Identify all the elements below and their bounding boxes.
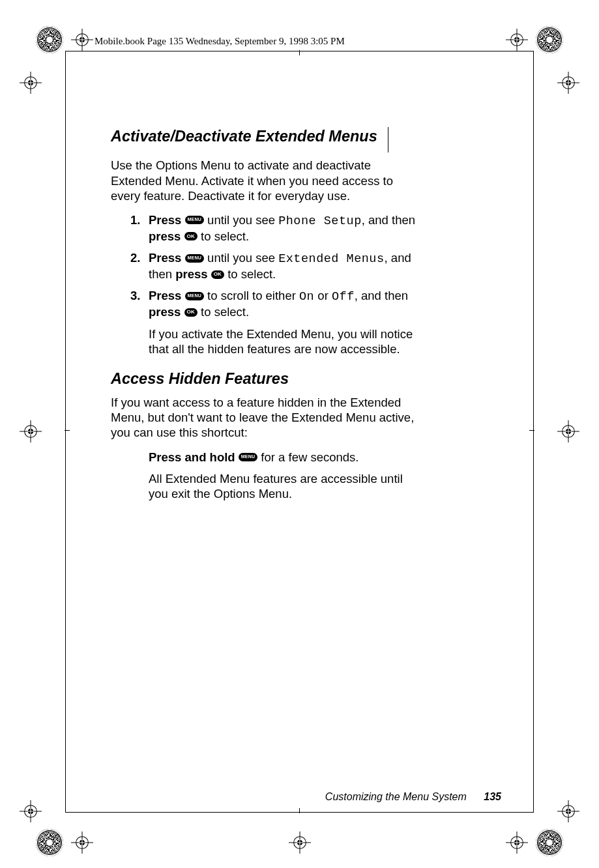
press-label: press [149,305,181,319]
lcd-text: Phone Setup [278,214,362,228]
tick-mark [529,430,534,431]
menu-button-icon: MENU [185,254,204,263]
step-item: 2. Press MENU until you see Extended Men… [111,250,424,282]
registration-mark-icon [20,420,42,442]
section-heading: Access Hidden Features [111,369,295,388]
page-content: Activate/Deactivate Extended Menus Use t… [111,127,424,508]
chapter-title: Customizing the Menu System [325,791,467,802]
registration-mark-icon [20,800,42,822]
step-body: Press MENU to scroll to either On or Off… [149,288,424,319]
page-number: 135 [484,791,501,802]
press-label: Press [149,213,181,227]
registration-mark-icon [71,832,93,854]
section-intro: Use the Options Menu to activate and dea… [111,158,424,203]
step-text: to select. [224,267,276,281]
registration-mark-icon [557,72,579,94]
registration-mark-icon [506,29,528,51]
lcd-text: On [299,290,314,304]
action-tail: for a few seconds. [257,450,358,464]
step-text: to select. [197,229,249,243]
registration-mark-icon [506,832,528,854]
step-text: to select. [197,305,249,319]
action-line: Press and hold MENU for a few seconds. [111,450,424,465]
registration-mark-icon [557,420,579,442]
rosette-icon [536,829,563,856]
step-note: If you activate the Extended Menu, you w… [111,326,424,356]
menu-button-icon: MENU [185,292,204,300]
press-label: Press [149,251,181,265]
step-number: 3. [130,288,149,319]
press-hold-label: Press and hold [149,450,235,464]
registration-mark-icon [289,832,311,854]
rosette-icon [36,26,63,53]
lcd-text: Extended Menus [278,252,384,266]
page-footer: Customizing the Menu System 135 [325,791,501,803]
ok-button-icon: OK [211,270,224,279]
step-item: 1. Press MENU until you see Phone Setup,… [111,212,424,244]
menu-button-icon: MENU [239,453,257,461]
step-body: Press MENU until you see Extended Menus,… [149,250,424,282]
step-text: , and then [362,213,415,227]
rosette-icon [536,26,563,53]
ok-button-icon: OK [184,232,197,240]
step-number: 1. [130,212,149,244]
tick-mark [299,808,300,813]
menu-button-icon: MENU [185,216,204,224]
step-text: , and then [355,289,408,302]
step-text: to scroll to either [204,289,299,302]
registration-mark-icon [71,29,93,51]
step-item: 3. Press MENU to scroll to either On or … [111,288,424,319]
step-text: or [314,289,332,302]
tick-mark [65,430,70,431]
section-heading-wrap: Activate/Deactivate Extended Menus [111,127,388,152]
registration-mark-icon [20,72,42,94]
press-label: press [149,229,181,243]
section-heading: Activate/Deactivate Extended Menus [111,127,384,146]
step-number: 2. [130,250,149,282]
step-body: Press MENU until you see Phone Setup, an… [149,212,424,244]
lcd-text: Off [332,290,355,304]
ok-button-icon: OK [184,308,197,317]
press-label: press [175,267,207,281]
rosette-icon [36,829,63,856]
tick-mark [299,50,300,55]
running-header: Mobile.book Page 135 Wednesday, Septembe… [95,36,345,47]
press-label: Press [149,289,181,302]
result-text: All Extended Menu features are accessibl… [111,471,424,501]
steps-list: 1. Press MENU until you see Phone Setup,… [111,212,424,320]
section-intro: If you want access to a feature hidden i… [111,395,424,440]
registration-mark-icon [557,800,579,822]
step-text: until you see [204,213,278,227]
step-text: until you see [204,251,278,265]
